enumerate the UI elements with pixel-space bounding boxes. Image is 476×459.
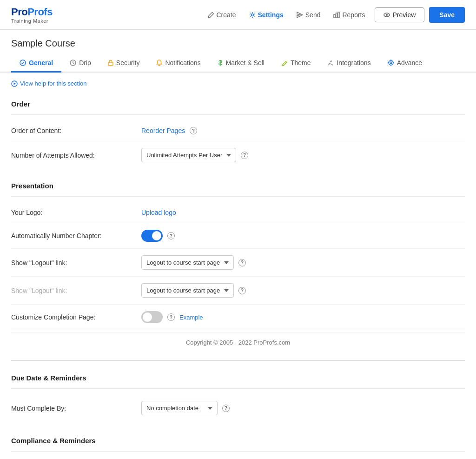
barchart-icon: [333, 12, 340, 18]
tab-market-sell[interactable]: Market & Sell: [209, 54, 273, 73]
your-logo-row: Your Logo: Upload logo: [11, 202, 465, 223]
auto-number-label: Automatically Number Chapter:: [11, 232, 141, 239]
attempts-allowed-help[interactable]: ?: [241, 152, 248, 159]
must-complete-by-row: Must Complete By: No completion date Spe…: [11, 394, 465, 422]
page-title: Sample Course: [0, 30, 476, 49]
tab-integrations[interactable]: Integrations: [319, 54, 379, 73]
main-content: Sample Course General Drip Security Noti…: [0, 30, 476, 459]
auto-number-row: Automatically Number Chapter: ?: [11, 223, 465, 249]
tab-theme[interactable]: Theme: [273, 54, 319, 73]
logo-text: ProProfs: [11, 6, 53, 18]
preview-button[interactable]: Preview: [375, 7, 425, 22]
show-logout-2-help[interactable]: ?: [238, 287, 246, 294]
your-logo-label: Your Logo:: [11, 209, 141, 216]
show-logout-2-label: Show "Logout" link:: [11, 287, 141, 294]
check-circle-icon: [20, 60, 26, 66]
attempts-allowed-control: Unlimited Attempts Per User 1 Attempt Pe…: [141, 148, 248, 162]
show-logout-select[interactable]: Logout to course start page Hide Logout …: [141, 255, 234, 270]
svg-marker-16: [14, 82, 16, 85]
svg-point-13: [388, 62, 389, 63]
must-complete-by-control: No completion date Specific Date Days af…: [141, 401, 230, 415]
must-complete-by-help[interactable]: ?: [222, 405, 230, 412]
attempts-allowed-label: Number of Attempts Allowed:: [11, 152, 141, 159]
nav-settings[interactable]: Settings: [249, 11, 284, 19]
tab-advance[interactable]: Advance: [379, 54, 430, 73]
svg-point-12: [390, 65, 391, 66]
bell-icon: [156, 60, 162, 66]
svg-point-5: [386, 14, 388, 16]
customize-completion-help[interactable]: ?: [167, 313, 175, 321]
presentation-section: Presentation Your Logo: Upload logo Auto…: [11, 176, 465, 353]
compliance-section-title: Compliance & Reminders: [11, 431, 465, 449]
due-date-section: Due Date & Reminders Must Complete By: N…: [11, 368, 465, 422]
your-logo-control: Upload logo: [141, 209, 176, 216]
order-content-row: Order of Content: Reorder Pages ?: [11, 120, 465, 141]
svg-point-10: [390, 62, 392, 64]
main-nav: Create Settings Send Reports: [208, 11, 365, 19]
copyright-text: Copyright © 2005 - 2022 ProProfs.com: [11, 332, 465, 353]
show-logout-2-row: Show "Logout" link: Logout to course sta…: [11, 277, 465, 305]
auto-number-slider: [141, 230, 163, 242]
svg-point-11: [390, 60, 391, 60]
gear-icon: [249, 12, 256, 18]
customize-completion-slider: [141, 311, 163, 323]
example-link[interactable]: Example: [179, 314, 203, 321]
completion-compliant-row: Course Completion Compliant Till: Never …: [11, 457, 465, 459]
nav-create[interactable]: Create: [208, 11, 236, 19]
show-logout-row: Show "Logout" link: Logout to course sta…: [11, 249, 465, 277]
tab-notifications[interactable]: Notifications: [148, 54, 209, 73]
order-content-label: Order of Content:: [11, 127, 141, 134]
reorder-pages-link[interactable]: Reorder Pages: [141, 127, 185, 134]
nav-send[interactable]: Send: [297, 11, 321, 19]
save-button[interactable]: Save: [429, 7, 465, 23]
auto-number-toggle[interactable]: [141, 230, 163, 242]
auto-number-help[interactable]: ?: [167, 232, 175, 239]
paint-icon: [281, 60, 288, 66]
compliance-section: Compliance & Reminders Course Completion…: [11, 431, 465, 459]
customize-completion-toggle[interactable]: [141, 311, 163, 323]
header: ProProfs Training Maker Create Settings …: [0, 0, 476, 30]
show-logout-help[interactable]: ?: [238, 259, 246, 266]
customize-completion-row: Customize Completion Page: ? Example: [11, 305, 465, 330]
eye-icon: [383, 13, 390, 17]
send-icon: [297, 12, 303, 18]
svg-point-0: [251, 13, 253, 16]
help-link[interactable]: View help for this section: [11, 80, 465, 87]
tab-security[interactable]: Security: [99, 54, 148, 73]
tools-icon: [327, 60, 334, 66]
show-logout-2-control: Logout to course start page Hide Logout …: [141, 283, 246, 298]
clock-icon: [70, 60, 76, 66]
order-section: Order Order of Content: Reorder Pages ? …: [11, 94, 465, 169]
attempts-allowed-row: Number of Attempts Allowed: Unlimited At…: [11, 141, 465, 169]
advance-icon: [388, 60, 394, 66]
svg-rect-1: [334, 14, 335, 18]
must-complete-by-label: Must Complete By:: [11, 405, 141, 412]
svg-rect-8: [108, 62, 113, 66]
tab-general[interactable]: General: [11, 54, 61, 73]
svg-rect-3: [338, 12, 339, 18]
svg-point-14: [393, 62, 394, 63]
dollar-icon: [218, 60, 223, 66]
lock-icon: [108, 60, 113, 66]
play-circle-icon: [11, 80, 18, 87]
order-section-title: Order: [11, 94, 465, 113]
show-logout-label: Show "Logout" link:: [11, 259, 141, 266]
svg-rect-2: [336, 13, 337, 18]
customize-completion-control: ? Example: [141, 311, 203, 323]
due-date-section-title: Due Date & Reminders: [11, 368, 465, 386]
logo[interactable]: ProProfs Training Maker: [11, 6, 53, 24]
logo-subtitle: Training Maker: [11, 18, 53, 24]
nav-reports[interactable]: Reports: [333, 11, 365, 19]
customize-completion-label: Customize Completion Page:: [11, 313, 141, 321]
show-logout-2-select[interactable]: Logout to course start page Hide Logout …: [141, 283, 234, 298]
presentation-section-title: Presentation: [11, 176, 465, 194]
svg-point-9: [389, 60, 393, 65]
order-content-help[interactable]: ?: [190, 127, 197, 134]
order-content-control: Reorder Pages ?: [141, 127, 197, 134]
upload-logo-link[interactable]: Upload logo: [141, 209, 176, 216]
tabs-bar: General Drip Security Notifications Mark…: [0, 54, 476, 73]
must-complete-by-select[interactable]: No completion date Specific Date Days af…: [141, 401, 218, 415]
pencil-icon: [208, 12, 214, 18]
tab-drip[interactable]: Drip: [61, 54, 99, 73]
attempts-allowed-select[interactable]: Unlimited Attempts Per User 1 Attempt Pe…: [141, 148, 236, 162]
